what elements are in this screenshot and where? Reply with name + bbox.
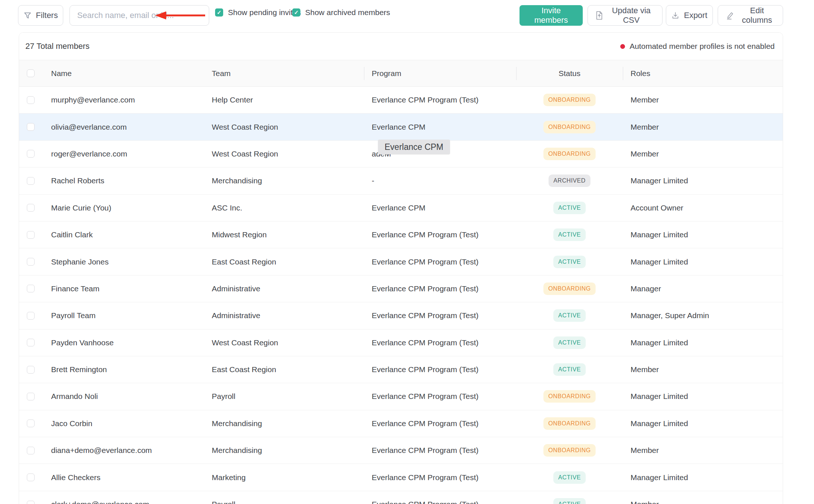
- table-row[interactable]: olivia@everlance.com West Coast Region E…: [19, 114, 783, 140]
- table-row[interactable]: Jaco Corbin Merchandising Everlance CPM …: [19, 410, 783, 437]
- members-table-card: 27 Total members Automated member profil…: [19, 32, 783, 504]
- column-header-roles[interactable]: Roles: [623, 60, 783, 86]
- table-row[interactable]: Allie Checkers Marketing Everlance CPM P…: [19, 464, 783, 491]
- status-badge: ONBOARDING: [543, 94, 595, 106]
- total-members-count: 27 Total members: [25, 42, 89, 51]
- member-roles: Manager Limited: [623, 473, 783, 482]
- member-name: olivia@everlance.com: [45, 123, 206, 132]
- row-checkbox[interactable]: [27, 177, 35, 185]
- row-checkbox[interactable]: [27, 393, 35, 400]
- row-checkbox[interactable]: [27, 312, 35, 320]
- status-badge: ACTIVE: [553, 309, 585, 322]
- member-team: East Coast Region: [206, 365, 364, 374]
- filters-button[interactable]: Filters: [18, 5, 63, 26]
- table-row[interactable]: Rachel Roberts Merchandising - ARCHIVED …: [19, 168, 783, 194]
- member-team: Help Center: [206, 96, 364, 104]
- member-team: East Coast Region: [206, 258, 364, 266]
- member-roles: Member: [623, 150, 783, 158]
- status-badge: ACTIVE: [553, 202, 585, 214]
- notice-text: Automated member profiles is not enabled: [629, 42, 775, 51]
- automated-profiles-notice: Automated member profiles is not enabled: [620, 42, 775, 51]
- edit-columns-button[interactable]: Edit columns: [718, 5, 783, 26]
- member-team: ASC Inc.: [206, 204, 364, 212]
- status-badge: ACTIVE: [553, 471, 585, 484]
- table-row[interactable]: Payroll Team Administrative Everlance CP…: [19, 302, 783, 329]
- status-badge: ONBOARDING: [543, 148, 595, 160]
- member-name: clark+demo@everlance.com: [45, 500, 206, 504]
- status-badge: ONBOARDING: [543, 121, 595, 133]
- column-header-team[interactable]: Team: [206, 60, 364, 86]
- row-checkbox[interactable]: [27, 96, 35, 104]
- row-checkbox[interactable]: [27, 204, 35, 212]
- table-row[interactable]: Caitlin Clark Midwest Region Everlance C…: [19, 222, 783, 248]
- member-name: murphy@everlance.com: [45, 96, 206, 104]
- member-name: Payden Vanhoose: [45, 338, 206, 347]
- table-row[interactable]: Brett Remington East Coast Region Everla…: [19, 356, 783, 383]
- row-checkbox[interactable]: [27, 501, 35, 504]
- row-checkbox[interactable]: [27, 366, 35, 374]
- show-archived-members-checkbox[interactable]: ✓ Show archived members: [292, 8, 390, 17]
- table-row[interactable]: Payden Vanhoose West Coast Region Everla…: [19, 330, 783, 356]
- member-roles: Member: [623, 96, 783, 104]
- select-all-checkbox[interactable]: [27, 69, 35, 77]
- member-name: Stephanie Jones: [45, 258, 206, 266]
- row-checkbox[interactable]: [27, 123, 35, 131]
- member-roles: Member: [623, 365, 783, 374]
- row-checkbox[interactable]: [27, 231, 35, 239]
- invite-members-button[interactable]: Invite members: [520, 5, 583, 26]
- member-name: Allie Checkers: [45, 473, 206, 482]
- member-program: Everlance CPM Program (Test): [364, 446, 516, 455]
- column-header-program[interactable]: Program: [364, 60, 516, 86]
- table-row[interactable]: clark+demo@everlance.com Payroll Everlan…: [19, 491, 783, 504]
- update-via-csv-button[interactable]: Update via CSV: [588, 5, 663, 26]
- member-team: Merchandising: [206, 419, 364, 428]
- column-header-name[interactable]: Name: [45, 60, 206, 86]
- member-team: Merchandising: [206, 176, 364, 185]
- row-checkbox[interactable]: [27, 474, 35, 481]
- status-badge: ONBOARDING: [543, 282, 595, 295]
- checkbox-checked-icon[interactable]: ✓: [292, 8, 300, 17]
- export-button[interactable]: Export: [666, 5, 713, 26]
- row-checkbox[interactable]: [27, 150, 35, 158]
- member-roles: Manager, Super Admin: [623, 311, 783, 320]
- member-program: Everlance CPM Program (Test): [364, 338, 516, 347]
- checkbox-checked-icon[interactable]: ✓: [215, 8, 223, 17]
- row-checkbox[interactable]: [27, 285, 35, 292]
- show-pending-invites-checkbox[interactable]: ✓ Show pending invites: [215, 8, 301, 17]
- member-program: Everlance CPM: [364, 123, 516, 132]
- member-program: -: [364, 176, 516, 185]
- member-roles: Manager Limited: [623, 258, 783, 266]
- status-badge: ONBOARDING: [543, 444, 595, 457]
- member-name: Rachel Roberts: [45, 176, 206, 185]
- status-badge: ACTIVE: [553, 336, 585, 349]
- row-checkbox[interactable]: [27, 420, 35, 427]
- member-name: Payroll Team: [45, 311, 206, 320]
- members-page: Filters ✓ Show pending invites ✓ Show ar…: [0, 0, 814, 504]
- table-row[interactable]: Finance Team Administrative Everlance CP…: [19, 276, 783, 302]
- member-name: Caitlin Clark: [45, 230, 206, 239]
- invite-members-label: Invite members: [527, 6, 575, 25]
- table-row[interactable]: Stephanie Jones East Coast Region Everla…: [19, 248, 783, 275]
- member-program: Everlance CPM Program (Test): [364, 284, 516, 293]
- filters-label: Filters: [36, 11, 58, 20]
- member-name: Armando Noli: [45, 392, 206, 401]
- member-roles: Member: [623, 123, 783, 132]
- show-archived-members-label: Show archived members: [305, 8, 390, 17]
- member-program: Everlance CPM Program (Test): [364, 365, 516, 374]
- member-roles: Member: [623, 446, 783, 455]
- table-row[interactable]: Marie Curie (You) ASC Inc. Everlance CPM…: [19, 195, 783, 222]
- member-team: Administrative: [206, 311, 364, 320]
- member-name: diana+demo@everlance.com: [45, 446, 206, 455]
- table-row[interactable]: murphy@everlance.com Help Center Everlan…: [19, 87, 783, 114]
- column-header-status[interactable]: Status: [516, 60, 623, 86]
- member-roles: Manager Limited: [623, 230, 783, 239]
- table-row[interactable]: diana+demo@everlance.com Merchandising E…: [19, 437, 783, 464]
- row-checkbox[interactable]: [27, 258, 35, 266]
- search-input[interactable]: [69, 5, 209, 26]
- row-checkbox[interactable]: [27, 447, 35, 454]
- table-row[interactable]: Armando Noli Payroll Everlance CPM Progr…: [19, 383, 783, 410]
- row-checkbox[interactable]: [27, 339, 35, 346]
- member-roles: Member: [623, 500, 783, 504]
- member-roles: Manager Limited: [623, 176, 783, 185]
- member-team: Payroll: [206, 500, 364, 504]
